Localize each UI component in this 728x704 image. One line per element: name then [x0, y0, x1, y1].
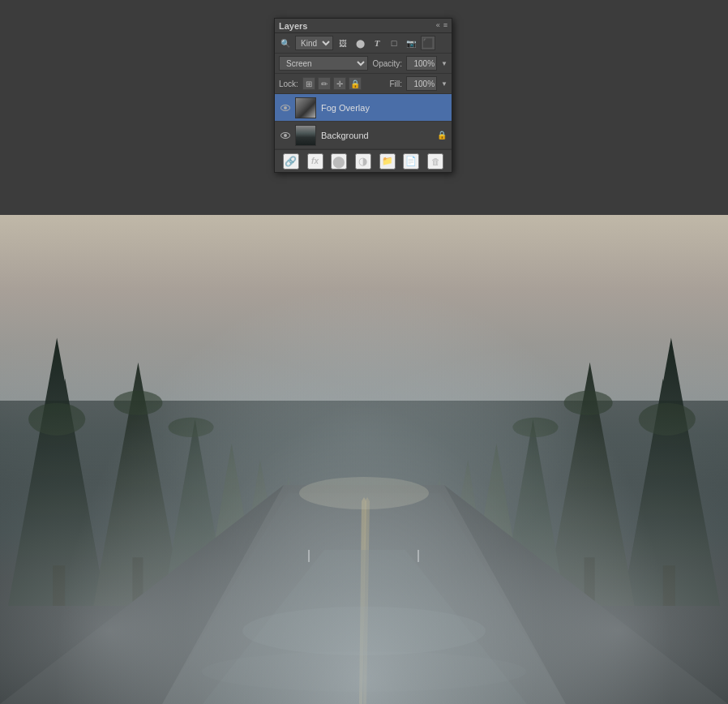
eye-icon-bg: [280, 132, 290, 139]
layers-panel-title: Layers: [279, 21, 307, 31]
layer-name-fog: Fog Overlay: [321, 103, 448, 113]
filter-shape-button[interactable]: □: [387, 36, 401, 50]
lock-icons-group: ⊞ ✏ ✛ 🔒: [302, 77, 386, 90]
new-fill-adjustment-button[interactable]: ◑: [355, 153, 371, 170]
layer-row-fog-overlay[interactable]: Fog Overlay: [275, 94, 452, 122]
fill-dropdown-arrow[interactable]: ▼: [441, 80, 448, 88]
layers-titlebar: Layers « ≡: [275, 19, 452, 33]
filter-type-button[interactable]: T: [370, 36, 384, 50]
new-group-button[interactable]: 📁: [379, 153, 396, 170]
canvas-area: [0, 215, 728, 704]
road: [0, 386, 728, 704]
lock-all-button[interactable]: 🔒: [349, 77, 362, 90]
filter-search-icon: 🔍: [278, 36, 293, 50]
filter-pixel-button[interactable]: 🖼: [336, 36, 350, 50]
add-mask-button[interactable]: ⬤: [331, 153, 347, 170]
svg-point-47: [299, 477, 429, 509]
road-scene: [0, 215, 728, 704]
eye-icon-fog: [280, 105, 290, 111]
titlebar-controls: « ≡: [436, 22, 448, 29]
layer-row-background[interactable]: Background 🔒: [275, 122, 452, 149]
layer-effects-button[interactable]: fx: [307, 153, 323, 170]
blend-mode-select[interactable]: Screen Normal Multiply Overlay: [279, 56, 368, 71]
lock-fill-row: Lock: ⊞ ✏ ✛ 🔒 Fill: ▼: [275, 74, 452, 94]
opacity-dropdown-arrow[interactable]: ▼: [441, 60, 448, 67]
svg-point-44: [202, 651, 526, 692]
layer-locked-icon-bg: 🔒: [436, 130, 448, 141]
svg-point-43: [242, 607, 486, 655]
opacity-label: Opacity:: [372, 59, 402, 68]
svg-rect-45: [308, 550, 310, 562]
layers-filter-toolbar: 🔍 Kind 🖼 ⬤ T □ 📷 ⬛: [275, 33, 452, 54]
filter-adjustment-button[interactable]: ⬤: [353, 36, 367, 50]
fill-label: Fill:: [390, 79, 403, 88]
visibility-toggle-bg[interactable]: [279, 129, 292, 142]
lock-label: Lock:: [279, 79, 298, 88]
fill-input[interactable]: [406, 76, 437, 91]
layer-thumbnail-fog: [295, 97, 316, 118]
visibility-toggle-fog[interactable]: [279, 101, 292, 114]
panel-menu-button[interactable]: ≡: [443, 22, 448, 29]
filter-kind-select[interactable]: Kind: [295, 36, 333, 50]
filter-smart-button[interactable]: 📷: [404, 36, 418, 50]
new-layer-button[interactable]: 📄: [403, 153, 419, 170]
filter-selected-button[interactable]: ⬛: [421, 36, 435, 50]
delete-layer-button[interactable]: 🗑: [427, 153, 443, 170]
opacity-input[interactable]: [406, 56, 437, 71]
layer-thumbnail-bg: [295, 125, 316, 146]
lock-position-button[interactable]: ✛: [333, 77, 346, 90]
collapse-button[interactable]: «: [436, 22, 440, 29]
layer-name-bg: Background: [321, 131, 436, 140]
layers-bottom-toolbar: 🔗 fx ⬤ ◑ 📁 📄 🗑: [275, 149, 452, 172]
svg-rect-46: [418, 550, 419, 562]
blend-opacity-row: Screen Normal Multiply Overlay Opacity: …: [275, 54, 452, 74]
link-layers-button[interactable]: 🔗: [283, 153, 299, 170]
layers-panel: Layers « ≡ 🔍 Kind 🖼 ⬤ T □ 📷 ⬛ Screen Nor…: [274, 18, 452, 173]
lock-transparent-button[interactable]: ⊞: [302, 77, 315, 90]
lock-image-button[interactable]: ✏: [318, 77, 331, 90]
